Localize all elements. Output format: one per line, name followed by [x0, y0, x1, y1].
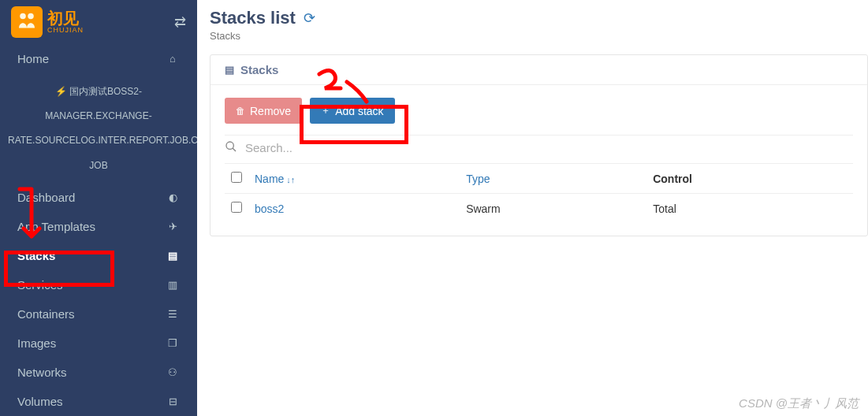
sidebar-item-label: App Templates: [17, 220, 166, 233]
panel-header: ▤ Stacks: [210, 55, 867, 85]
clone-icon: ❐: [166, 337, 180, 349]
hdd-icon: ⊟: [166, 396, 180, 407]
remove-button[interactable]: 🗑 Remove: [225, 98, 302, 124]
endpoint-line3: RATE.SOURCELOG.INTER.REPORT.JOB.CI: [8, 128, 189, 153]
stack-control: Total: [646, 194, 853, 224]
rocket-icon: ✈: [166, 221, 180, 232]
row-checkbox[interactable]: [231, 202, 242, 213]
svg-point-0: [20, 13, 26, 20]
add-button-label: Add stack: [335, 105, 383, 117]
svg-point-1: [28, 13, 34, 20]
column-name[interactable]: Name↓↑: [248, 164, 460, 194]
sidebar-item-label: Dashboard: [17, 191, 166, 204]
svg-point-2: [226, 142, 233, 149]
endpoint-line1: 国内测试BOSS2-: [69, 86, 142, 97]
table-row: boss2 Swarm Total: [225, 194, 853, 224]
sidebar-item-app-templates[interactable]: App Templates ✈: [0, 212, 197, 241]
logo-text-cn: 初见: [47, 10, 84, 26]
breadcrumb: Stacks: [210, 30, 868, 42]
sidebar-item-images[interactable]: Images ❐: [0, 329, 197, 358]
sidebar-item-dashboard[interactable]: Dashboard ◐: [0, 183, 197, 212]
sidebar-item-label: Containers: [17, 307, 166, 321]
sidebar: 初见 CHUJIAN ⇄ Home ⌂ ⚡国内测试BOSS2- MANAGER.…: [0, 0, 197, 416]
stack-name-link[interactable]: boss2: [255, 202, 284, 215]
page-title: Stacks list: [210, 8, 296, 28]
logo: 初见 CHUJIAN: [11, 6, 84, 38]
search-row: [225, 135, 853, 163]
endpoint-line2: MANAGER.EXCHANGE-: [8, 104, 189, 128]
panel-header-label: Stacks: [240, 63, 278, 76]
sidebar-item-home[interactable]: Home ⌂: [0, 44, 197, 73]
main-content: Stacks list ⟳ Stacks ▤ Stacks 🗑 Remove ＋…: [197, 0, 868, 416]
column-control-label: Control: [653, 173, 692, 185]
column-control: Control: [646, 164, 853, 194]
endpoint-info: ⚡国内测试BOSS2- MANAGER.EXCHANGE- RATE.SOURC…: [0, 73, 197, 183]
tachometer-icon: ◐: [166, 191, 180, 203]
search-input[interactable]: [245, 141, 853, 154]
plus-icon: ＋: [321, 104, 330, 117]
logo-text-en: CHUJIAN: [47, 26, 84, 34]
sidebar-item-label: Volumes: [17, 395, 166, 408]
sidebar-item-label: Services: [17, 278, 166, 292]
select-all-checkbox[interactable]: [231, 172, 242, 183]
list-alt-icon: ▥: [166, 279, 180, 291]
sidebar-item-label: Stacks: [17, 249, 166, 262]
trash-icon: 🗑: [236, 106, 245, 117]
home-icon: ⌂: [166, 53, 180, 65]
sidebar-item-label: Images: [17, 336, 166, 350]
stacks-panel: ▤ Stacks 🗑 Remove ＋ Add stack: [210, 54, 868, 236]
search-icon: [225, 140, 237, 155]
column-name-label: Name: [255, 173, 284, 185]
refresh-icon[interactable]: ⟳: [304, 9, 315, 27]
sidebar-item-networks[interactable]: Networks ⚇: [0, 358, 197, 387]
sidebar-item-volumes[interactable]: Volumes ⊟: [0, 387, 197, 416]
sidebar-item-services[interactable]: Services ▥: [0, 270, 197, 299]
sitemap-icon: ⚇: [166, 366, 180, 378]
column-type-label: Type: [466, 173, 490, 185]
remove-button-label: Remove: [250, 105, 291, 117]
plug-icon: ⚡: [55, 86, 67, 97]
sidebar-item-label: Networks: [17, 366, 166, 379]
stack-type: Swarm: [460, 194, 646, 224]
add-stack-button[interactable]: ＋ Add stack: [310, 98, 394, 124]
sidebar-home-label: Home: [17, 52, 166, 65]
endpoint-line4: JOB: [8, 154, 189, 178]
sidebar-toggle-icon[interactable]: ⇄: [174, 13, 186, 31]
th-list-icon: ▤: [166, 250, 180, 262]
sidebar-item-stacks[interactable]: Stacks ▤: [0, 241, 197, 270]
sidebar-item-containers[interactable]: Containers ☰: [0, 299, 197, 329]
column-type[interactable]: Type: [460, 164, 646, 194]
th-list-icon: ▤: [225, 64, 234, 76]
svg-line-3: [233, 148, 236, 151]
logo-image: [11, 6, 43, 38]
stacks-table: Name↓↑ Type Control boss2 Swarm Total: [225, 163, 853, 223]
server-icon: ☰: [166, 308, 180, 320]
logo-row: 初见 CHUJIAN ⇄: [0, 0, 197, 44]
sort-icon: ↓↑: [286, 175, 295, 184]
